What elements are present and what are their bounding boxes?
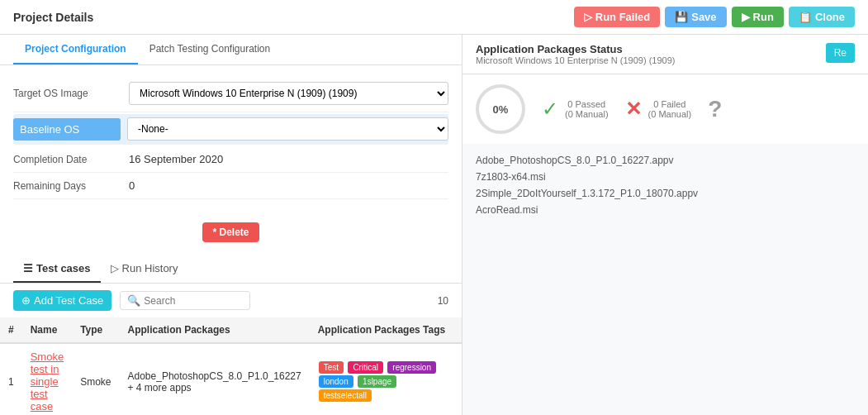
run-button[interactable]: ▶ Run bbox=[732, 7, 784, 27]
table-toolbar: ⊕ Add Test Case 🔍 10 bbox=[0, 284, 462, 317]
package-item-3: AcroRead.msi bbox=[476, 202, 855, 218]
search-icon: 🔍 bbox=[127, 294, 140, 307]
package-item-0: Adobe_PhotoshopCS_8.0_P1.0_16227.appv bbox=[476, 152, 855, 169]
run-failed-button[interactable]: ▷ Run Failed bbox=[574, 7, 660, 27]
failed-label: 0 Failed (0 Manual) bbox=[648, 99, 692, 119]
package-item-2: 2Simple_2DoItYourself_1.3.172_P1.0_18070… bbox=[476, 185, 855, 202]
status-bar: 0% ✓ 0 Passed (0 Manual) ✕ 0 Failed (0 M… bbox=[462, 74, 868, 144]
run-failed-icon: ▷ bbox=[584, 11, 592, 23]
tab-patch-testing[interactable]: Patch Testing Configuration bbox=[138, 35, 282, 64]
failed-status: ✕ 0 Failed (0 Manual) bbox=[625, 98, 692, 121]
baseline-os-row: Baseline OS -None- bbox=[13, 114, 448, 145]
app-status-subtitle: Microsoft Windows 10 Enterprise N (1909)… bbox=[476, 55, 675, 65]
col-packages: Application Packages bbox=[120, 317, 310, 343]
page-title: Project Details bbox=[13, 11, 93, 24]
top-bar: Project Details ▷ Run Failed 💾 Save ▶ Ru… bbox=[0, 0, 868, 35]
completion-date-value: 16 September 2020 bbox=[129, 153, 448, 165]
add-test-case-button[interactable]: ⊕ Add Test Case bbox=[13, 290, 111, 311]
bottom-tabs: ☰ Test cases ▷ Run History bbox=[0, 255, 462, 284]
search-input[interactable] bbox=[144, 295, 243, 307]
tag-london: london bbox=[319, 375, 353, 388]
right-panel: Application Packages Status Microsoft Wi… bbox=[462, 35, 868, 415]
cross-icon: ✕ bbox=[625, 98, 642, 121]
baseline-os-label: Baseline OS bbox=[13, 118, 121, 141]
col-last-run: Last Run bbox=[453, 317, 462, 343]
passed-label: 0 Passed (0 Manual) bbox=[565, 99, 609, 119]
table-header: # Name Type Application Packages Applica… bbox=[0, 317, 462, 343]
clone-icon: 📋 bbox=[799, 11, 812, 23]
tag-1slpage: 1slpage bbox=[358, 375, 396, 388]
test-cases-table: # Name Type Application Packages Applica… bbox=[0, 317, 462, 415]
app-status-title: Application Packages Status bbox=[476, 43, 675, 55]
target-os-label: Target OS Image bbox=[13, 88, 129, 99]
top-actions: ▷ Run Failed 💾 Save ▶ Run 📋 Clone bbox=[574, 7, 855, 27]
col-name: Name bbox=[22, 317, 72, 343]
project-form: Target OS Image Microsoft Windows 10 Ent… bbox=[0, 65, 462, 209]
baseline-os-select-wrapper: -None- bbox=[121, 117, 448, 141]
col-number: # bbox=[0, 317, 22, 343]
target-os-select-wrapper: Microsoft Windows 10 Enterprise N (1909)… bbox=[129, 82, 448, 105]
app-status-info: Application Packages Status Microsoft Wi… bbox=[476, 43, 675, 65]
cell-last-run bbox=[453, 343, 462, 415]
tab-project-config[interactable]: Project Configuration bbox=[13, 35, 138, 64]
save-icon: 💾 bbox=[675, 11, 688, 23]
run-icon: ▶ bbox=[742, 11, 750, 23]
tag-test: Test bbox=[319, 361, 344, 374]
cell-packages: Adobe_PhotoshopCS_8.0_P1.0_16227 + 4 mor… bbox=[120, 343, 310, 415]
cell-type: Smoke bbox=[72, 343, 119, 415]
tag-regression: regression bbox=[387, 361, 436, 374]
cell-tags: Test Critical regression london 1slpage … bbox=[310, 343, 454, 415]
delete-section: * Delete bbox=[0, 209, 462, 255]
tab-test-cases[interactable]: ☰ Test cases bbox=[13, 255, 101, 283]
config-tabs: Project Configuration Patch Testing Conf… bbox=[0, 35, 462, 65]
tag-testselectall: testselectall bbox=[319, 389, 372, 402]
run-history-icon: ▷ bbox=[111, 262, 119, 274]
tag-critical: Critical bbox=[348, 361, 383, 374]
col-type: Type bbox=[72, 317, 119, 343]
add-icon: ⊕ bbox=[21, 294, 31, 307]
tab-run-history[interactable]: ▷ Run History bbox=[101, 255, 188, 283]
table-row: 1 Smoke test in single test case Smoke A… bbox=[0, 343, 462, 415]
package-item-1: 7z1803-x64.msi bbox=[476, 169, 855, 185]
report-button[interactable]: Re bbox=[826, 43, 855, 63]
remaining-days-row: Remaining Days 0 bbox=[13, 173, 448, 199]
delete-button[interactable]: * Delete bbox=[202, 222, 259, 242]
save-button[interactable]: 💾 Save bbox=[665, 7, 726, 27]
baseline-os-select[interactable]: -None- bbox=[127, 117, 448, 141]
app-status-header: Application Packages Status Microsoft Wi… bbox=[462, 35, 868, 74]
target-os-row: Target OS Image Microsoft Windows 10 Ent… bbox=[13, 75, 448, 112]
remaining-days-label: Remaining Days bbox=[13, 180, 129, 192]
check-icon: ✓ bbox=[542, 98, 558, 121]
percent-circle: 0% bbox=[476, 84, 525, 134]
main-layout: Project Configuration Patch Testing Conf… bbox=[0, 35, 868, 415]
target-os-select[interactable]: Microsoft Windows 10 Enterprise N (1909)… bbox=[129, 82, 448, 105]
test-cases-icon: ☰ bbox=[23, 262, 33, 274]
package-list: Adobe_PhotoshopCS_8.0_P1.0_16227.appv 7z… bbox=[462, 144, 868, 227]
page-count: 10 bbox=[438, 295, 448, 307]
cell-number: 1 bbox=[0, 343, 22, 415]
completion-date-label: Completion Date bbox=[13, 154, 129, 165]
remaining-days-value: 0 bbox=[129, 179, 448, 192]
completion-date-row: Completion Date 16 September 2020 bbox=[13, 146, 448, 173]
question-icon: ? bbox=[708, 96, 722, 122]
left-panel: Project Configuration Patch Testing Conf… bbox=[0, 35, 462, 415]
test-table: # Name Type Application Packages Applica… bbox=[0, 317, 462, 415]
passed-status: ✓ 0 Passed (0 Manual) bbox=[542, 98, 609, 121]
test-name-link[interactable]: Smoke test in single test case bbox=[31, 351, 64, 413]
search-box: 🔍 bbox=[120, 291, 250, 310]
unknown-status: ? bbox=[708, 96, 722, 122]
col-tags: Application Packages Tags bbox=[310, 317, 454, 343]
cell-name: Smoke test in single test case bbox=[22, 343, 72, 415]
clone-button[interactable]: 📋 Clone bbox=[789, 7, 855, 27]
